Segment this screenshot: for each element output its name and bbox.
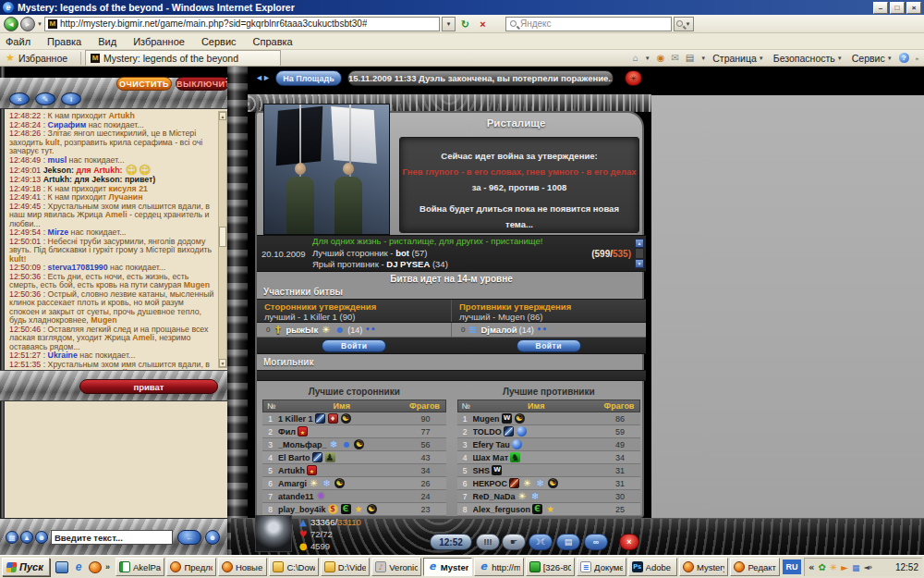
quicklaunch-more-icon[interactable]: » (105, 562, 110, 572)
privat-button[interactable]: приват (79, 379, 218, 394)
chat-close-button[interactable]: × (9, 92, 30, 105)
refresh-button[interactable]: ↻ (457, 17, 473, 31)
ie-quicklaunch-icon[interactable]: e (72, 561, 85, 573)
player-name[interactable]: atande11✳ (278, 491, 406, 501)
taskbar-task[interactable]: PsAdobe P... (628, 558, 677, 576)
to-square-button[interactable]: На Площадь (275, 70, 342, 86)
firefox-quicklaunch-icon[interactable] (89, 561, 102, 573)
link-button[interactable]: ∞ (584, 534, 608, 550)
stop-button[interactable]: × (475, 17, 491, 31)
help-icon[interactable]: ? (899, 53, 909, 63)
mail-icon[interactable]: ✉ (671, 53, 678, 63)
menu-item[interactable]: Справка (253, 36, 293, 47)
print-dropdown-icon[interactable]: ▼ (700, 55, 706, 61)
tray-play-icon[interactable]: ► (841, 560, 848, 576)
wings-button[interactable]: ☽☾ (529, 534, 553, 550)
player-name[interactable]: Шах Мат♞ (473, 452, 601, 462)
actions-button[interactable]: !!! (476, 534, 500, 550)
best-supporter-name[interactable]: bot (395, 248, 409, 258)
address-field[interactable]: M http://mystery.bigmir.net/game/main.ph… (44, 17, 440, 31)
taskbar-task[interactable]: C:\Down... (269, 558, 318, 576)
tray-av-icon[interactable]: ✿ (818, 560, 825, 576)
player-name[interactable]: Efery Tau (473, 439, 601, 449)
home-icon[interactable]: ⌂ (633, 53, 638, 63)
close-button[interactable]: × (906, 2, 921, 14)
chat-users-button[interactable]: ☻ (35, 531, 48, 544)
scroll-thumb[interactable] (219, 227, 226, 247)
chat-clear-button[interactable]: ОЧИСТИТЬ (116, 77, 172, 91)
news-ticker[interactable]: 15.11.2009 11:33 Дуэль закончена, вы пот… (347, 70, 614, 86)
scroll-down-icon[interactable]: ▼ (219, 359, 226, 367)
chat-info-button[interactable]: i (61, 92, 81, 105)
command-item[interactable]: Страница ▼ (712, 53, 764, 64)
minimize-button[interactable]: – (873, 2, 888, 14)
back-button[interactable]: ◄ (4, 17, 18, 31)
tray-chevron-icon[interactable]: « (808, 560, 814, 576)
player-name[interactable]: Alex_fergusonЄ★ (473, 504, 601, 514)
favorites-star-icon[interactable]: ★ (6, 52, 15, 64)
hand-button[interactable]: ☛ (502, 534, 526, 550)
rss-icon[interactable]: ◉ (657, 53, 665, 63)
player-name[interactable]: _Мольфар_❄●☯ (278, 439, 406, 449)
history-dropdown-icon[interactable]: ▼ (37, 21, 43, 27)
player-name[interactable]: ReD_NaDa☀❄ (473, 491, 601, 501)
player-name[interactable]: play_boy4ik$Є★☯ (278, 504, 406, 514)
chat-grid-button[interactable]: ▦ (6, 531, 18, 544)
tray-net-icon[interactable]: ▦ (852, 560, 860, 576)
chat-power-button[interactable]: ВЫКЛЮЧИТЬ (176, 77, 229, 91)
forward-button[interactable]: ► (20, 17, 35, 31)
alarm-icon[interactable]: ✳ (625, 70, 642, 86)
favorites-label[interactable]: Избранное (18, 53, 67, 64)
language-indicator[interactable]: RU (783, 560, 801, 574)
show-desktop-icon[interactable] (55, 561, 68, 573)
player-name[interactable]: MugenW☯ (473, 413, 601, 424)
taskbar-task[interactable]: Предло... (166, 558, 215, 576)
more-commands-icon[interactable]: » (916, 55, 918, 61)
participant-supporter[interactable]: 0†рыжЫк☀● (14)•• (257, 323, 451, 337)
address-dropdown-button[interactable]: ▼ (442, 17, 456, 31)
menu-item[interactable]: Избранное (133, 36, 185, 47)
player-name[interactable]: Artukh★ (278, 465, 406, 475)
chat-send-button[interactable]: ← (177, 530, 201, 545)
participant-name[interactable]: Djмалой (480, 325, 517, 335)
scroll-down-icon[interactable]: ▼ (635, 259, 644, 268)
tray-vol-icon[interactable]: ◄» (863, 560, 871, 576)
exit-button[interactable]: × (619, 534, 639, 550)
menu-item[interactable]: Файл (6, 36, 30, 47)
command-item[interactable]: Безопасность ▼ (773, 53, 843, 64)
player-name[interactable]: Amargi☀❄☯ (278, 478, 406, 488)
avatar[interactable] (255, 515, 292, 552)
search-go-button[interactable]: ▼ (674, 17, 694, 31)
player-name[interactable]: 1 Killer 1♦☯ (278, 413, 406, 424)
taskbar-task[interactable]: [326-80... (526, 558, 575, 576)
taskbar-task[interactable]: D:\Video (321, 558, 370, 576)
enter-supporters-button[interactable]: Войти (322, 339, 386, 352)
participant-opponent[interactable]: 0≋Djмалой (14)•• (451, 323, 646, 337)
info-scrollbar[interactable]: ▲ ▼ (635, 239, 644, 270)
scroll-up-icon[interactable]: ▲ (635, 239, 644, 248)
print-icon[interactable]: ▤ (686, 53, 694, 63)
toggle-chat-icon[interactable]: ◄► (255, 73, 270, 82)
tray-sun-icon[interactable]: ✳ (830, 560, 837, 576)
menu-item[interactable]: Сервис (201, 36, 237, 47)
scroll-up-icon[interactable]: ▲ (219, 112, 226, 120)
player-name[interactable]: НЕКРОС☀❄☯ (473, 478, 601, 488)
chat-edit-button[interactable]: ✎ (35, 92, 55, 105)
player-name[interactable]: Фил★ (278, 426, 406, 437)
enter-opponents-button[interactable]: Войти (517, 339, 581, 352)
taskbar-task[interactable]: Редакти... (730, 558, 779, 576)
player-name[interactable]: TOLDO (473, 426, 601, 437)
command-item[interactable]: Сервис ▼ (852, 53, 893, 64)
taskbar-task[interactable]: ♪Veronica... (371, 558, 420, 576)
chat-scrollbar[interactable]: ▲ ▼ (218, 111, 227, 368)
chat-input[interactable] (51, 530, 173, 545)
best-opponent-name[interactable]: DJ PYSEA (386, 259, 430, 269)
participant-name[interactable]: рыжЫк (286, 325, 318, 335)
taskbar-task[interactable]: ehttp://m... (474, 558, 523, 576)
player-name[interactable]: SHSW (473, 465, 601, 475)
taskbar-task[interactable]: ≡Докуме... (577, 558, 626, 576)
menu-item[interactable]: Правка (47, 36, 81, 47)
restore-button[interactable]: □ (890, 2, 905, 14)
player-name[interactable]: El Barto♟ (278, 452, 406, 462)
browser-tab[interactable]: M Mystery: legends of the beyond (85, 50, 281, 66)
